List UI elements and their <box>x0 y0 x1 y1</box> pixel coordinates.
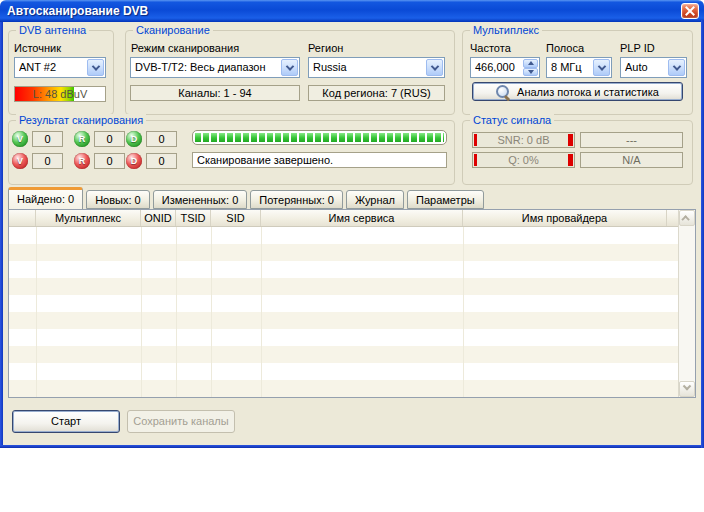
plp-id-dropdown-button[interactable] <box>668 59 685 76</box>
table-row <box>9 363 678 380</box>
chevron-down-icon <box>285 62 293 70</box>
source-combobox[interactable]: ANT #2 <box>14 57 106 78</box>
chevron-down-icon <box>683 382 691 390</box>
chevron-down-icon <box>430 62 438 70</box>
antenna-group-title: DVB антенна <box>16 24 89 36</box>
tab-log[interactable]: Журнал <box>346 190 404 209</box>
column-header-onid[interactable]: ONID <box>141 210 176 226</box>
table-row <box>9 244 678 261</box>
tab-new[interactable]: Новых: 0 <box>86 190 150 209</box>
tab-parameters[interactable]: Параметры <box>407 190 484 209</box>
dvb-autoscan-window: Автосканирование DVB DVB антенна Источни… <box>0 0 704 448</box>
plp-id-value: Auto <box>625 61 667 73</box>
chevron-down-icon <box>91 62 99 70</box>
progress-fill <box>195 133 444 142</box>
chevron-down-icon <box>672 62 680 70</box>
table-row <box>9 295 678 312</box>
column-header-sid[interactable]: SID <box>211 210 261 226</box>
source-dropdown-button[interactable] <box>87 59 104 76</box>
status-ball-icon: V <box>12 131 28 147</box>
scan-mode-value: DVB-T/T2: Весь диапазон <box>135 61 280 73</box>
counter-field: 0 <box>32 131 63 147</box>
scan-mode-dropdown-button[interactable] <box>281 59 298 76</box>
region-code-field: Код региона: 7 (RUS) <box>308 85 445 101</box>
counter-field: 0 <box>146 131 177 147</box>
chevron-up-icon <box>681 215 689 223</box>
counter-field: 0 <box>146 153 177 169</box>
tab-found[interactable]: Найдено: 0 <box>8 187 83 209</box>
status-ball-icon: D <box>126 131 142 147</box>
vertical-scrollbar[interactable] <box>678 210 695 397</box>
tab-lost[interactable]: Потерянных: 0 <box>250 190 343 209</box>
spinner-up-button[interactable] <box>523 59 538 68</box>
titlebar[interactable]: Автосканирование DVB <box>0 0 704 22</box>
screen: Автосканирование DVB DVB антенна Источни… <box>0 0 704 512</box>
signal-level-meter: L: 48 dBuV <box>14 86 106 102</box>
arrow-up-icon <box>528 61 534 65</box>
multiplex-group-title: Мультиплекс <box>470 24 542 36</box>
window-title: Автосканирование DVB <box>7 4 148 18</box>
status-ball-icon: R <box>74 131 90 147</box>
save-channels-button: Сохранить каналы <box>127 410 235 433</box>
bandwidth-dropdown-button[interactable] <box>593 59 610 76</box>
bandwidth-value: 8 МГц <box>551 61 592 73</box>
scan-mode-label: Режим сканирования <box>131 42 239 54</box>
scan-mode-combobox[interactable]: DVB-T/T2: Весь диапазон <box>130 57 300 78</box>
bandwidth-label: Полоса <box>546 42 584 54</box>
scan-status-field: Сканирование завершено. <box>192 152 447 168</box>
region-combobox[interactable]: Russia <box>308 57 445 78</box>
search-icon <box>496 85 510 99</box>
source-label: Источник <box>14 42 61 54</box>
result-tabs: Найдено: 0 Новых: 0 Измененных: 0 Потеря… <box>8 187 487 209</box>
snr-value-field: --- <box>580 132 683 148</box>
table-body <box>9 227 678 397</box>
scan-group-title: Сканирование <box>133 24 213 36</box>
tab-changed[interactable]: Измененных: 0 <box>153 190 248 209</box>
quality-bar: Q: 0% <box>472 152 575 168</box>
table-row <box>9 329 678 346</box>
counter-field: 0 <box>94 153 125 169</box>
status-ball-icon: V <box>12 153 28 169</box>
quality-value-field: N/A <box>580 152 683 168</box>
frequency-spinner[interactable]: 466,000 <box>470 57 540 78</box>
column-header-filler <box>667 210 678 226</box>
status-ball-icon: D <box>126 153 142 169</box>
scan-result-group-title: Результат сканирования <box>16 114 146 126</box>
channels-table: Мультиплекс ONID TSID SID Имя сервиса Им… <box>8 209 696 398</box>
counter-field: 0 <box>32 153 63 169</box>
table-row <box>9 261 678 278</box>
column-header-service-name[interactable]: Имя сервиса <box>261 210 463 226</box>
analyze-stream-button-label: Анализ потока и статистика <box>517 86 659 98</box>
source-value: ANT #2 <box>19 61 86 73</box>
table-header: Мультиплекс ONID TSID SID Имя сервиса Им… <box>9 210 678 227</box>
plp-id-combobox[interactable]: Auto <box>620 57 687 78</box>
analyze-stream-button[interactable]: Анализ потока и статистика <box>472 82 683 101</box>
column-header-provider-name[interactable]: Имя провайдера <box>463 210 667 226</box>
spinner-down-button[interactable] <box>523 68 538 77</box>
bandwidth-combobox[interactable]: 8 МГц <box>546 57 612 78</box>
level-text: L: 48 dBuV <box>15 87 105 101</box>
table-row <box>9 346 678 363</box>
table-row <box>9 380 678 397</box>
snr-bar: SNR: 0 dB <box>472 132 575 148</box>
region-dropdown-button[interactable] <box>426 59 443 76</box>
column-header-tsid[interactable]: TSID <box>176 210 211 226</box>
column-header-multiplex[interactable]: Мультиплекс <box>36 210 141 226</box>
plp-id-label: PLP ID <box>620 42 655 54</box>
status-ball-icon: R <box>74 153 90 169</box>
scan-progress-bar <box>192 130 447 145</box>
signal-status-group-title: Статус сигнала <box>470 114 554 126</box>
frequency-label: Частота <box>470 42 511 54</box>
scroll-down-button[interactable] <box>679 381 695 397</box>
channels-range-field: Каналы: 1 - 94 <box>130 85 300 101</box>
window-bottom-border <box>0 445 704 448</box>
scroll-up-button[interactable] <box>679 210 695 226</box>
column-header-checkbox[interactable] <box>9 210 36 226</box>
region-value: Russia <box>313 61 425 73</box>
chevron-down-icon <box>597 62 605 70</box>
close-button[interactable] <box>681 3 699 19</box>
start-button[interactable]: Старт <box>12 410 120 433</box>
table-row <box>9 278 678 295</box>
arrow-down-icon <box>528 70 534 74</box>
frequency-value: 466,000 <box>475 61 520 73</box>
